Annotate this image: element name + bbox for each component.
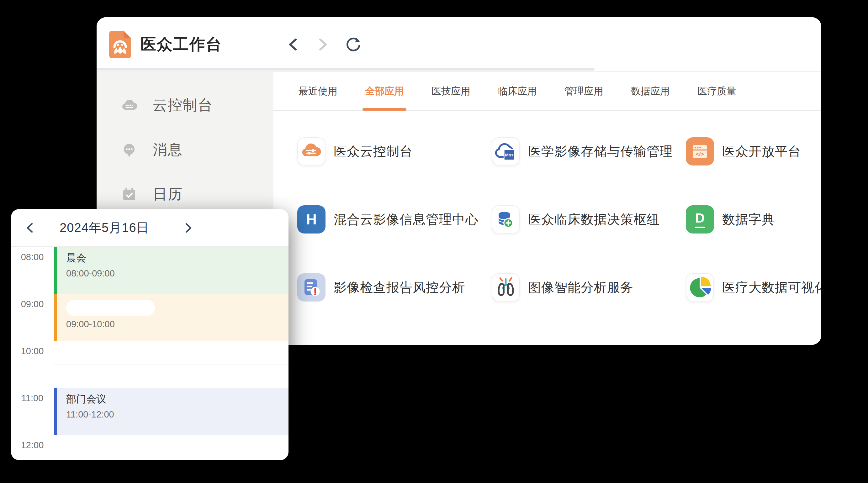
app-label: 医学影像存储与传输管理 [528, 143, 673, 160]
calendar-row-0900: 09:00 09:00-10:00 [11, 294, 288, 341]
report-alert-icon [297, 273, 326, 301]
event-department-meeting[interactable]: 部门会议 11:00-12:00 [54, 388, 288, 435]
time-label: 09:00 [11, 294, 54, 341]
event-time: 09:00-10:00 [66, 319, 288, 329]
forward-button[interactable] [315, 36, 331, 53]
calendar-panel: 2024年5月16日 08:00 晨会 08:00-09:00 09:00 09… [11, 209, 288, 460]
app-data-dictionary[interactable]: D 数据字典 [686, 205, 821, 233]
chevron-left-icon [26, 222, 34, 234]
app-report-risk-analysis[interactable]: 影像检查报告风控分析 [297, 273, 492, 301]
app-label: 影像检查报告风控分析 [334, 279, 465, 296]
sidebar-item-label: 消息 [153, 140, 183, 160]
redacted-event-title-pill [66, 300, 155, 316]
sidebar-item-messages[interactable]: 消息 [97, 135, 274, 164]
message-icon [121, 141, 138, 158]
event-title: 晨会 [66, 251, 288, 265]
app-big-data-visualization[interactable]: 医疗大数据可视化 [686, 273, 821, 301]
app-label: 医众临床数据决策枢纽 [528, 211, 660, 228]
app-grid: 医众云控制台 Mos 医学影像存储与传输管理 [274, 110, 821, 341]
event-redacted[interactable]: 09:00-10:00 [54, 294, 288, 341]
app-image-ai-analysis[interactable]: 图像智能分析服务 [492, 273, 686, 301]
app-category-tabs: 最近使用 全部应用 医技应用 临床应用 管理应用 数据应用 医疗质量 [274, 72, 821, 110]
tab-management-apps[interactable]: 管理应用 [563, 72, 604, 110]
event-morning-meeting[interactable]: 晨会 08:00-09:00 [54, 247, 288, 294]
calendar-date-label: 2024年5月16日 [60, 219, 149, 236]
calendar-icon [121, 186, 138, 203]
app-clinical-data-hub[interactable]: 医众临床数据决策枢纽 [492, 205, 686, 233]
tab-recent[interactable]: 最近使用 [297, 72, 339, 110]
tab-all-apps[interactable]: 全部应用 [364, 72, 405, 110]
sidebar-item-calendar[interactable]: 日历 [97, 180, 274, 209]
svg-text:Mos: Mos [505, 153, 514, 157]
calendar-row-1200: 12:00 [11, 435, 288, 460]
sidebar-item-label: 云控制台 [153, 96, 213, 115]
browser-nav [285, 36, 361, 53]
app-label: 医众开放平台 [722, 143, 801, 160]
content-area: 最近使用 全部应用 医技应用 临床应用 管理应用 数据应用 医疗质量 [274, 72, 821, 345]
time-slot[interactable]: 部门会议 11:00-12:00 [54, 388, 288, 435]
blue-cloud-mos-icon: Mos [492, 137, 519, 165]
event-time: 08:00-09:00 [66, 268, 288, 279]
time-slot[interactable] [54, 341, 288, 388]
tab-medtech-apps[interactable]: 医技应用 [430, 72, 472, 110]
refresh-icon [345, 36, 361, 53]
letter-d-book-icon: D [686, 205, 714, 233]
tab-clinical-apps[interactable]: 临床应用 [497, 72, 538, 110]
back-button[interactable] [285, 36, 301, 53]
calendar-header: 2024年5月16日 [11, 209, 288, 247]
svg-text:</>: </> [696, 151, 704, 157]
window-header: 医众工作台 [97, 17, 821, 71]
sidebar-item-cloud-console[interactable]: 云控制台 [97, 91, 274, 120]
time-label: 10:00 [11, 341, 54, 388]
app-label: 混合云影像信息管理中心 [334, 211, 478, 228]
database-plus-icon [492, 205, 519, 233]
event-time: 11:00-12:00 [66, 409, 288, 420]
app-label: 医疗大数据可视化 [722, 279, 821, 296]
time-label: 08:00 [11, 247, 54, 294]
time-slot[interactable]: 晨会 08:00-09:00 [54, 247, 288, 294]
app-cloud-console[interactable]: 医众云控制台 [297, 137, 492, 165]
sidebar-item-label: 日历 [153, 185, 183, 204]
tab-data-apps[interactable]: 数据应用 [630, 72, 671, 110]
pie-chart-icon [686, 273, 713, 301]
time-slot[interactable]: 09:00-10:00 [54, 294, 288, 341]
calendar-row-1100: 11:00 部门会议 11:00-12:00 [11, 388, 288, 435]
app-label: 医众云控制台 [334, 143, 413, 160]
app-label: 数据字典 [722, 211, 775, 228]
calendar-row-1000: 10:00 [11, 341, 288, 388]
calendar-prev-day-button[interactable] [25, 222, 34, 234]
horizontal-scrollbar[interactable] [97, 68, 594, 70]
event-title: 部门会议 [66, 392, 288, 406]
letter-h-icon: H [297, 205, 326, 233]
tab-medical-quality[interactable]: 医疗质量 [696, 72, 738, 110]
calendar-next-day-button[interactable] [184, 222, 193, 234]
time-label: 11:00 [11, 388, 54, 435]
chevron-right-icon [184, 222, 192, 234]
orange-cloud-sliders-icon [298, 137, 325, 165]
code-window-icon: </> [686, 137, 714, 165]
lungs-icon [492, 273, 519, 301]
time-slot[interactable] [54, 435, 288, 460]
app-hybrid-cloud-imaging[interactable]: H 混合云影像信息管理中心 [297, 205, 492, 233]
app-logo-icon [109, 31, 131, 58]
refresh-button[interactable] [345, 36, 361, 53]
half-hour-line [54, 364, 288, 365]
app-open-platform[interactable]: </> 医众开放平台 [686, 137, 821, 165]
calendar-row-0800: 08:00 晨会 08:00-09:00 [11, 247, 288, 294]
app-label: 图像智能分析服务 [528, 279, 633, 296]
time-label: 12:00 [11, 435, 54, 460]
app-medical-image-storage[interactable]: Mos 医学影像存储与传输管理 [492, 137, 686, 165]
chevron-right-icon [318, 37, 328, 52]
cloud-console-icon [121, 97, 138, 114]
chevron-left-icon [287, 37, 298, 52]
window-title: 医众工作台 [141, 34, 222, 55]
